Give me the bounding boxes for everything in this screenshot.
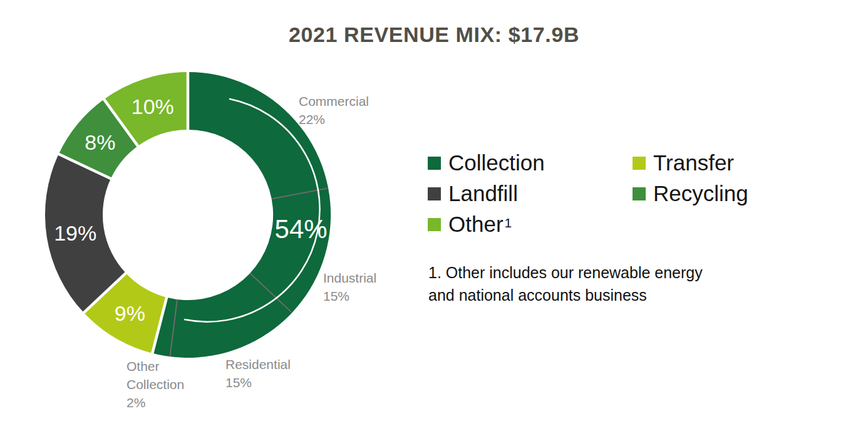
callout-industrial-pct: 15% [323, 287, 376, 305]
callout-other-collection-pct: 2% [127, 393, 200, 412]
legend-item-label: Collection [448, 152, 545, 174]
footnote-line-2: and national accounts business [428, 284, 804, 306]
callout-other-collection: Other Collection 2% [127, 357, 200, 412]
slice-label-other: 10% [132, 95, 174, 118]
callout-commercial-name: Commercial [299, 92, 369, 110]
legend-item-label: Transfer [653, 152, 734, 174]
slice-label-transfer: 9% [115, 301, 145, 325]
revenue-donut-chart: 54%9%19%8%10% Commercial 22% Industrial … [0, 0, 376, 421]
callout-residential-pct: 15% [225, 373, 291, 392]
legend-item-other: Other 1 [428, 213, 545, 236]
footnote: 1. Other includes our renewable energy a… [428, 261, 804, 306]
legend-item-recycling: Recycling [633, 182, 748, 205]
legend-column-1: Collection Landfill Other 1 [428, 152, 545, 236]
callout-industrial-name: Industrial [323, 269, 376, 287]
collection-swatch-icon [428, 157, 441, 170]
legend-item-label: Landfill [448, 182, 518, 205]
legend-item-landfill: Landfill [428, 182, 545, 205]
transfer-swatch-icon [633, 157, 646, 170]
slice-label-recycling: 8% [85, 130, 115, 154]
other-swatch-icon [428, 218, 441, 231]
slice-label-collection: 54% [275, 214, 328, 244]
callout-residential: Residential 15% [225, 355, 291, 392]
callout-other-collection-name: Other Collection [127, 357, 200, 393]
landfill-swatch-icon [428, 187, 441, 200]
chart-legend: Collection Landfill Other 1 Transfer Rec… [428, 152, 841, 252]
recycling-swatch-icon [633, 187, 646, 200]
callout-commercial-pct: 22% [299, 110, 369, 128]
callout-industrial: Industrial 15% [323, 269, 376, 305]
footnote-line-1: 1. Other includes our renewable energy [428, 261, 804, 284]
callout-commercial: Commercial 22% [299, 92, 369, 128]
legend-item-transfer: Transfer [633, 152, 748, 174]
legend-item-label: Other [448, 213, 504, 236]
legend-item-label: Recycling [653, 182, 748, 205]
slice-label-landfill: 19% [54, 221, 96, 245]
callout-residential-name: Residential [225, 355, 291, 373]
legend-item-collection: Collection [428, 152, 545, 174]
legend-column-2: Transfer Recycling [633, 152, 748, 205]
